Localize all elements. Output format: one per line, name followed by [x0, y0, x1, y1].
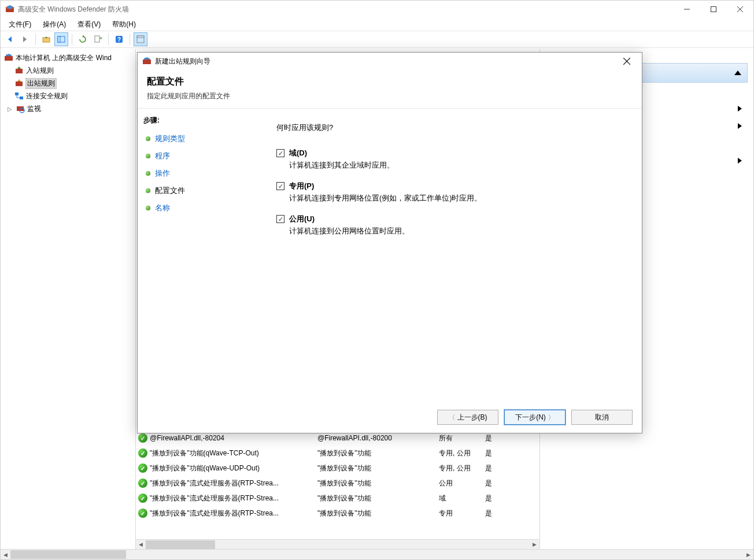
- step-bullet-icon: [146, 171, 150, 176]
- menu-view[interactable]: 查看(V): [72, 18, 106, 31]
- window-horizontal-scrollbar[interactable]: ◀ ▶: [1, 549, 753, 559]
- panel-toggle-icon[interactable]: [54, 32, 68, 46]
- rule-enabled: 是: [485, 479, 508, 488]
- scroll-right-icon[interactable]: ▶: [530, 540, 539, 549]
- profile-domain: ✓ 域(D) 计算机连接到其企业域时应用。: [276, 148, 624, 170]
- scroll-thumb[interactable]: [10, 550, 126, 559]
- wizard-title-text: 新建出站规则向导: [155, 57, 616, 66]
- nav-back-icon[interactable]: [3, 32, 17, 46]
- cancel-button[interactable]: 取消: [571, 410, 633, 425]
- rule-group: @FirewallAPI.dll,-80200: [317, 434, 439, 442]
- rules-list: ✓@FirewallAPI.dll,-80204@FirewallAPI.dll…: [136, 431, 539, 549]
- back-button-label: 上一步(B): [457, 413, 487, 422]
- tree-root[interactable]: 本地计算机 上的高级安全 Wind: [2, 51, 134, 64]
- help-icon[interactable]: ?: [112, 32, 126, 46]
- table-row[interactable]: ✓"播放到设备"流式处理服务器(RTP-Strea..."播放到设备"功能专用是: [136, 506, 539, 521]
- step-bullet-icon: [146, 136, 150, 141]
- checkbox-domain-desc: 计算机连接到其企业域时应用。: [289, 161, 624, 170]
- rule-profile: 专用: [439, 509, 485, 518]
- step-name[interactable]: 名称: [143, 199, 247, 217]
- tree-root-label: 本地计算机 上的高级安全 Wind: [16, 53, 112, 63]
- toolbar: ?: [1, 31, 753, 48]
- checkbox-private[interactable]: ✓: [276, 182, 284, 190]
- scroll-thumb[interactable]: [146, 540, 215, 549]
- inbound-icon: [14, 66, 24, 75]
- rule-profile: 域: [439, 494, 485, 503]
- next-button-label: 下一步(N): [515, 413, 546, 422]
- step-program[interactable]: 程序: [143, 147, 247, 165]
- rule-enabled: 是: [485, 463, 508, 473]
- firewall-root-icon: [4, 53, 13, 62]
- export-list-icon[interactable]: [91, 32, 105, 46]
- svg-rect-9: [95, 36, 99, 42]
- svg-rect-8: [58, 36, 60, 42]
- step-rule-type[interactable]: 规则类型: [143, 130, 247, 147]
- rule-name: @FirewallAPI.dll,-80204: [150, 434, 224, 442]
- properties-icon[interactable]: [134, 32, 147, 46]
- checkbox-public[interactable]: ✓: [276, 215, 284, 223]
- menu-file[interactable]: 文件(F): [3, 18, 37, 31]
- next-button[interactable]: 下一步(N)〉: [504, 410, 566, 425]
- checkbox-public-desc: 计算机连接到公用网络位置时应用。: [289, 227, 624, 236]
- step-label: 名称: [155, 203, 170, 213]
- wizard-close-button[interactable]: [616, 53, 637, 69]
- wizard-titlebar: 新建出站规则向导: [138, 53, 642, 70]
- table-row[interactable]: ✓"播放到设备"流式处理服务器(RTP-Strea..."播放到设备"功能公用是: [136, 476, 539, 491]
- wizard-question: 何时应用该规则?: [276, 123, 624, 133]
- rule-enabled: 是: [485, 509, 508, 518]
- refresh-icon[interactable]: [76, 32, 90, 46]
- scroll-right-icon[interactable]: ▶: [744, 550, 753, 559]
- tree-inbound-rules[interactable]: 入站规则: [2, 64, 134, 77]
- toolbar-separator: [35, 34, 36, 45]
- checkbox-domain-label: 域(D): [289, 148, 307, 158]
- menubar: 文件(F) 操作(A) 查看(V) 帮助(H): [1, 18, 753, 31]
- checkbox-domain[interactable]: ✓: [276, 149, 284, 157]
- wizard-header-subtitle: 指定此规则应用的配置文件: [147, 91, 633, 101]
- chevron-right-icon: [738, 158, 742, 164]
- tree-monitor[interactable]: ▷ 监视: [2, 102, 134, 115]
- profile-private: ✓ 专用(P) 计算机连接到专用网络位置(例如，家或工作单位)时应用。: [276, 181, 624, 203]
- back-button[interactable]: 〈上一步(B): [437, 410, 498, 425]
- step-label: 程序: [155, 151, 170, 161]
- tree-monitor-label: 监视: [27, 104, 41, 114]
- window-title: 高级安全 Windows Defender 防火墙: [18, 5, 674, 14]
- menu-help[interactable]: 帮助(H): [106, 18, 142, 31]
- tree-outbound-rules[interactable]: 出站规则: [2, 77, 134, 90]
- rule-profile: 专用, 公用: [439, 448, 485, 458]
- toolbar-separator: [108, 34, 109, 45]
- step-profile[interactable]: 配置文件: [143, 182, 247, 199]
- table-row[interactable]: ✓"播放到设备"流式处理服务器(RTP-Strea..."播放到设备"功能域是: [136, 491, 539, 506]
- tree-connection-rules[interactable]: 连接安全规则: [2, 90, 134, 102]
- steps-title: 步骤:: [143, 116, 247, 125]
- chevron-right-icon: [738, 123, 742, 129]
- expand-icon[interactable]: ▷: [6, 106, 13, 112]
- rule-profile: 公用: [439, 479, 485, 488]
- list-horizontal-scrollbar[interactable]: ◀ ▶: [136, 539, 539, 549]
- rule-name: "播放到设备"功能(qWave-TCP-Out): [150, 448, 259, 458]
- rule-name: "播放到设备"流式处理服务器(RTP-Strea...: [150, 509, 279, 518]
- menu-action[interactable]: 操作(A): [37, 18, 72, 31]
- allow-icon: ✓: [138, 463, 147, 473]
- minimize-button[interactable]: [674, 1, 700, 18]
- table-row[interactable]: ✓"播放到设备"功能(qWave-UDP-Out)"播放到设备"功能专用, 公用…: [136, 461, 539, 476]
- nav-forward-icon[interactable]: [18, 32, 32, 46]
- scroll-left-icon[interactable]: ◀: [1, 550, 10, 559]
- wizard-body: 步骤: 规则类型 程序 操作 配置文件 名称 何时应用该规则? ✓ 域(D) 计…: [138, 108, 642, 404]
- allow-icon: ✓: [138, 448, 147, 458]
- step-label: 操作: [155, 168, 170, 179]
- rule-enabled: 是: [485, 494, 508, 503]
- maximize-button[interactable]: [700, 1, 727, 18]
- toolbar-separator: [130, 34, 130, 45]
- chevron-right-icon: [738, 106, 742, 112]
- folder-up-icon[interactable]: [39, 32, 53, 46]
- rule-enabled: 是: [485, 448, 508, 458]
- close-button[interactable]: [727, 1, 753, 18]
- firewall-app-icon: [142, 57, 151, 66]
- rule-profile: 所有: [439, 433, 485, 443]
- scroll-left-icon[interactable]: ◀: [136, 540, 146, 549]
- step-action[interactable]: 操作: [143, 165, 247, 182]
- collapse-up-icon: [734, 71, 741, 75]
- table-row[interactable]: ✓"播放到设备"功能(qWave-TCP-Out)"播放到设备"功能专用, 公用…: [136, 446, 539, 461]
- allow-icon: ✓: [138, 494, 147, 503]
- wizard-steps: 步骤: 规则类型 程序 操作 配置文件 名称: [138, 109, 253, 404]
